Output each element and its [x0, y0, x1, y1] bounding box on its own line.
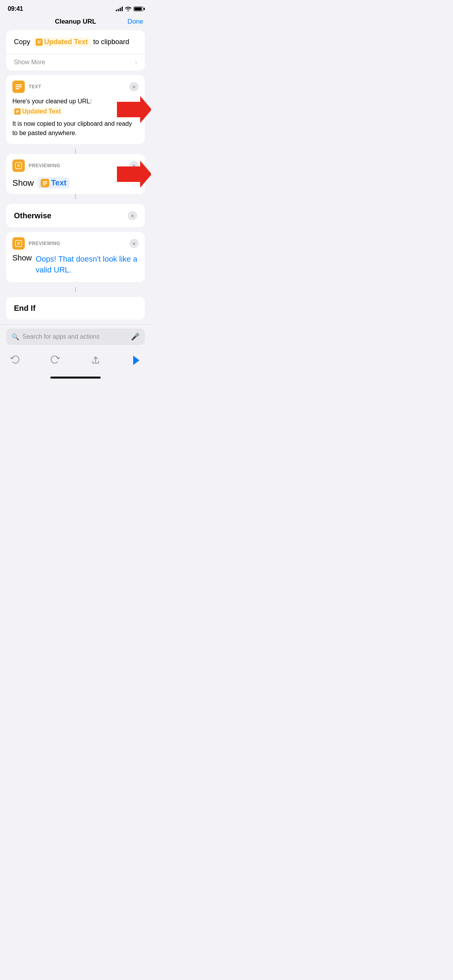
nav-bar: Cleanup URL Done [0, 15, 151, 30]
show-label-1: Show [12, 178, 34, 188]
status-bar: 09:41 [0, 0, 151, 15]
red-arrow-2 [117, 161, 151, 188]
share-button[interactable] [89, 353, 103, 367]
text-action-icon [12, 81, 25, 93]
preview-card-2-body: Show Oops! That doesn't look like a vali… [6, 254, 145, 282]
error-text: Oops! That doesn't look like a valid URL… [36, 254, 139, 275]
chevron-right-icon: › [135, 59, 137, 66]
connector-3 [75, 287, 76, 292]
svg-rect-15 [43, 184, 46, 185]
preview-card-1-wrapper: PREVIEWING × Show Text [6, 154, 145, 194]
preview-card-2-header-left: PREVIEWING [12, 237, 60, 250]
show-label-2: Show [12, 254, 32, 262]
battery-icon [134, 7, 143, 11]
otherwise-label: Otherwise [14, 211, 51, 220]
text-card-wrapper: TEXT × Here's your cleaned up URL: Updat… [6, 75, 145, 144]
status-time: 09:41 [8, 5, 23, 12]
svg-rect-5 [15, 88, 19, 89]
preview-card-2-close-button[interactable]: × [129, 239, 139, 248]
home-indicator [0, 373, 151, 380]
svg-rect-1 [37, 42, 41, 43]
text-badge-label-1: Text [51, 178, 67, 187]
svg-rect-8 [16, 113, 18, 113]
preview-section-label-2: PREVIEWING [29, 241, 60, 246]
preview-card-2-header: PREVIEWING × [6, 232, 145, 254]
svg-rect-14 [43, 183, 47, 183]
svg-rect-7 [16, 111, 19, 112]
copy-clipboard-card: Copy Updated Text to clipboard Show More… [6, 30, 145, 70]
play-button[interactable] [129, 353, 143, 367]
svg-rect-0 [37, 41, 41, 41]
copy-updated-text-label: Updated Text [44, 38, 88, 46]
preview-section-label-1: PREVIEWING [29, 163, 60, 168]
microphone-icon[interactable]: 🎤 [131, 332, 139, 341]
badge-icon [36, 39, 43, 46]
nav-title: Cleanup URL [55, 18, 96, 26]
copy-suffix: to clipboard [93, 38, 129, 46]
text-card-updated-badge: Updated Text [12, 108, 63, 115]
done-button[interactable]: Done [127, 18, 143, 26]
wifi-icon [125, 7, 131, 11]
svg-rect-13 [43, 181, 47, 182]
show-more-label: Show More [14, 59, 45, 66]
otherwise-card: Otherwise × [6, 204, 145, 227]
svg-rect-6 [16, 110, 19, 111]
copy-prefix: Copy [14, 38, 30, 46]
text-badge-icon-1 [41, 179, 49, 187]
text-card-close-button[interactable]: × [129, 82, 139, 91]
updated-text-badge: Updated Text [33, 37, 90, 47]
show-more-row[interactable]: Show More › [6, 54, 145, 70]
svg-marker-9 [117, 96, 151, 123]
signal-bars-icon [116, 7, 123, 11]
text-card-header-left: TEXT [12, 81, 41, 93]
preview-card-1-header-left: PREVIEWING [12, 159, 60, 172]
copy-text-row: Copy Updated Text to clipboard [14, 37, 137, 47]
svg-rect-2 [37, 43, 40, 44]
preview-action-card-2: PREVIEWING × Show Oops! That doesn't loo… [6, 232, 145, 282]
svg-point-12 [18, 165, 19, 166]
preview-action-icon-2 [12, 237, 25, 250]
connector-2 [75, 194, 76, 199]
search-bar[interactable]: 🔍 Search for apps and actions 🎤 [6, 329, 145, 345]
undo-button[interactable] [8, 353, 22, 367]
text-card-updated-label: Updated Text [22, 108, 61, 115]
svg-rect-3 [15, 84, 22, 86]
end-if-label: End If [14, 304, 36, 312]
search-placeholder: Search for apps and actions [22, 333, 128, 340]
preview-action-icon-1 [12, 159, 25, 172]
search-area: 🔍 Search for apps and actions 🎤 [0, 324, 151, 349]
search-icon: 🔍 [12, 333, 19, 341]
svg-point-19 [18, 243, 19, 244]
copy-card-body: Copy Updated Text to clipboard [6, 30, 145, 54]
main-content: Copy Updated Text to clipboard Show More… [0, 30, 151, 320]
red-arrow-1 [117, 96, 151, 123]
connector-1 [75, 149, 76, 154]
text-badge-1: Text [38, 177, 70, 188]
svg-marker-16 [117, 161, 151, 188]
otherwise-close-button[interactable]: × [128, 211, 137, 220]
end-if-card: End If [6, 297, 145, 320]
text-card-badge-icon [14, 108, 21, 115]
svg-rect-4 [15, 86, 22, 87]
text-card-header: TEXT × [6, 75, 145, 97]
home-pill [50, 377, 101, 379]
text-section-label: TEXT [29, 84, 41, 89]
redo-button[interactable] [48, 353, 62, 367]
bottom-toolbar [0, 349, 151, 373]
status-icons [116, 7, 143, 11]
svg-marker-21 [133, 356, 139, 365]
